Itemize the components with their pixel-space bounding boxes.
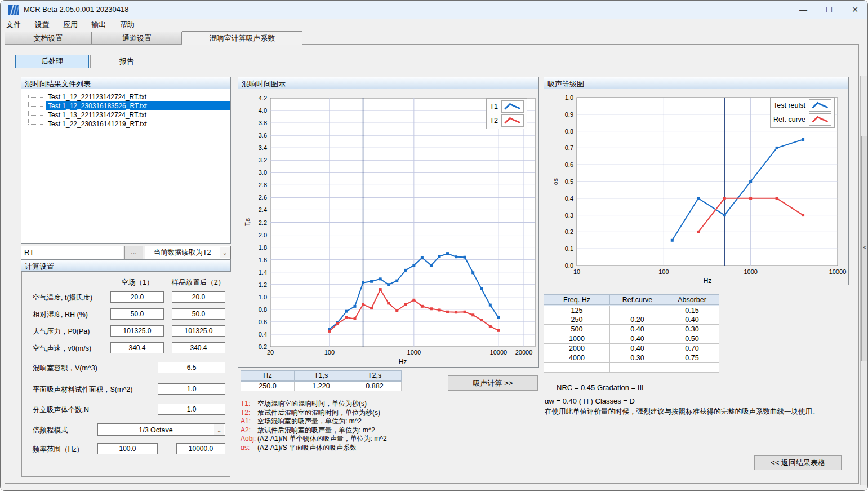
- close-button[interactable]: ✕: [842, 1, 868, 19]
- svg-text:2.4: 2.4: [259, 206, 267, 213]
- label-pressure: 大气压力，P0(Pa): [33, 327, 90, 337]
- input-freq-max[interactable]: 10000.0: [176, 443, 225, 454]
- file-item[interactable]: Test 1_22_230316141219_RT.txt: [21, 120, 230, 129]
- rt-chart[interactable]: 0.20.40.60.81.01.21.41.61.82.02.22.42.62…: [238, 89, 538, 366]
- table-row: 2500.200.40: [544, 315, 719, 325]
- menu-apply[interactable]: 应用: [57, 19, 83, 31]
- svg-text:4.2: 4.2: [259, 95, 267, 101]
- file-item-selected[interactable]: Test 1_12_230316183526_RT.txt: [21, 101, 230, 110]
- svg-text:1000: 1000: [407, 349, 421, 356]
- svg-text:0.4: 0.4: [259, 331, 267, 338]
- main-content: 后处理 报告 混时间结果文件列表 Test 1_12_221123142724_…: [5, 44, 859, 484]
- label-room-volume: 混响室容积，V(m^3): [33, 364, 97, 373]
- usage-note: 在使用此单值评价量的时候，强烈建议与按照标准获得的完整的吸声系数曲线一块使用。: [545, 407, 820, 417]
- input-absorber-count[interactable]: 1.0: [158, 404, 225, 415]
- file-item[interactable]: Test 1_13_221123142724_RT.txt: [21, 110, 230, 120]
- svg-text:0.6: 0.6: [565, 161, 573, 168]
- subtab-report[interactable]: 报告: [90, 55, 163, 68]
- tab-channel-settings[interactable]: 通道设置: [92, 32, 182, 45]
- chevron-down-icon[interactable]: ⌄: [220, 247, 230, 258]
- svg-text:0.4: 0.4: [565, 195, 573, 202]
- nrc-result: NRC = 0.45 Gradation = III: [557, 383, 644, 392]
- table-row: 20000.400.70: [544, 344, 719, 353]
- grade-chart-body[interactable]: 0.00.10.20.30.40.50.60.70.80.91.01010010…: [544, 89, 849, 285]
- svg-text:20: 20: [267, 349, 274, 356]
- svg-text:0.6: 0.6: [259, 319, 267, 325]
- tab-reverb-absorption[interactable]: 混响室计算吸声系数: [182, 31, 302, 45]
- svg-text:3.2: 3.2: [259, 157, 267, 163]
- table-row: 1250.15: [544, 306, 719, 315]
- rt-value-table: Hz T1,s T2,s 250.0 1.220 0.882: [241, 370, 402, 391]
- data-read-dropdown[interactable]: 当前数据读取为T2 ⌄: [145, 246, 231, 259]
- svg-text:2.2: 2.2: [259, 219, 267, 226]
- table-row: 10000.400.50: [544, 334, 719, 344]
- svg-text:T,s: T,s: [244, 218, 251, 226]
- menu-file[interactable]: 文件: [1, 19, 26, 31]
- input-humidity-2[interactable]: 50.0: [172, 308, 225, 320]
- input-sample-area[interactable]: 1.0: [158, 383, 225, 395]
- label-humidity: 相对湿度, RH (%): [33, 310, 88, 320]
- svg-text:Hz: Hz: [399, 358, 407, 366]
- app-logo-icon: [8, 4, 20, 15]
- rt-name-input[interactable]: RT: [21, 246, 123, 259]
- svg-text:4.0: 4.0: [259, 107, 267, 114]
- input-room-volume[interactable]: 6.5: [158, 362, 225, 373]
- input-pressure-2[interactable]: 101325.0: [172, 325, 225, 337]
- t2-curve-icon: [501, 114, 524, 127]
- title-bar: MCR Beta 2.05.0.001 20230418 — ☐ ✕: [1, 1, 867, 19]
- svg-text:100: 100: [324, 349, 335, 356]
- browse-button[interactable]: ...: [124, 246, 143, 259]
- svg-text:1.0: 1.0: [565, 94, 573, 101]
- svg-text:0.7: 0.7: [565, 144, 573, 151]
- label-air-temp: 空气温度, t(摄氏度): [33, 293, 92, 303]
- menu-help[interactable]: 帮助: [114, 19, 140, 31]
- calc-settings-title: 计算设置: [21, 259, 231, 272]
- absorption-calc-button[interactable]: 吸声计算 >>: [448, 375, 538, 391]
- aw-result: αw = 0.40 ( H ) Classes = D: [545, 397, 635, 405]
- collapse-panel-button[interactable]: <: [861, 136, 868, 361]
- back-to-results-button[interactable]: << 返回结果表格: [754, 455, 842, 470]
- rt-chart-legend: T1 T2: [486, 98, 527, 129]
- svg-text:0.2: 0.2: [259, 343, 267, 350]
- col-header-with-sample: 样品放置后（2）: [164, 278, 232, 287]
- file-item[interactable]: Test 1_12_221123142724_RT.txt: [21, 92, 230, 101]
- svg-text:0.5: 0.5: [565, 178, 573, 185]
- octave-mode-dropdown[interactable]: 1/3 Octave ⌄: [97, 423, 225, 436]
- input-pressure-1[interactable]: 101325.0: [110, 325, 164, 337]
- rt-file-panel: 混时间结果文件列表 Test 1_12_221123142724_RT.txt …: [21, 77, 231, 244]
- svg-text:3.8: 3.8: [259, 120, 267, 126]
- input-sound-speed-2[interactable]: 340.4: [172, 342, 225, 353]
- svg-text:0.2: 0.2: [565, 228, 573, 235]
- maximize-button[interactable]: ☐: [816, 1, 842, 19]
- test-result-curve-icon: [809, 99, 831, 112]
- window-title: MCR Beta 2.05.0.001 20230418: [24, 5, 128, 14]
- label-sample-area: 平面吸声材料试件面积，S(m^2): [33, 385, 132, 395]
- menu-output[interactable]: 输出: [86, 19, 112, 31]
- tab-document-settings[interactable]: 文档设置: [5, 32, 92, 45]
- subtab-postprocess[interactable]: 后处理: [15, 55, 89, 68]
- app-window: MCR Beta 2.05.0.001 20230418 — ☐ ✕ 文件 设置…: [0, 0, 868, 491]
- absorption-table: Freq. Hz Ref.curve Absorber 1250.15 2500…: [544, 294, 719, 373]
- label-absorber-count: 分立吸声体个数,N: [33, 405, 89, 415]
- input-sound-speed-1[interactable]: 340.4: [110, 342, 164, 353]
- minimize-button[interactable]: —: [790, 1, 816, 19]
- input-freq-min[interactable]: 100.0: [97, 443, 158, 454]
- svg-text:0.8: 0.8: [259, 306, 267, 313]
- input-air-temp-2[interactable]: 20.0: [172, 291, 225, 303]
- input-air-temp-1[interactable]: 20.0: [110, 291, 164, 303]
- input-humidity-1[interactable]: 50.0: [110, 308, 164, 320]
- legend-annotations: T1:空场混响室的混响时间，单位为秒(s) T2:放试件后混响室的混响时间，单位…: [241, 400, 387, 452]
- svg-text:αs: αs: [552, 178, 559, 185]
- svg-text:Hz: Hz: [704, 277, 712, 284]
- svg-text:1.8: 1.8: [259, 244, 267, 251]
- svg-text:2.0: 2.0: [259, 232, 267, 238]
- svg-text:10000: 10000: [829, 268, 847, 275]
- menu-settings[interactable]: 设置: [29, 19, 55, 31]
- svg-text:10000: 10000: [490, 349, 508, 356]
- grade-chart-panel: 吸声等级图 0.00.10.20.30.40.50.60.70.80.91.01…: [544, 77, 849, 285]
- rt-chart-body[interactable]: 0.20.40.60.81.01.21.41.61.82.02.22.42.62…: [238, 89, 539, 368]
- grade-chart-title: 吸声等级图: [544, 77, 849, 89]
- svg-text:100: 100: [658, 268, 669, 275]
- table-row: 250.0 1.220 0.882: [241, 381, 402, 391]
- chevron-down-icon[interactable]: ⌄: [214, 424, 224, 435]
